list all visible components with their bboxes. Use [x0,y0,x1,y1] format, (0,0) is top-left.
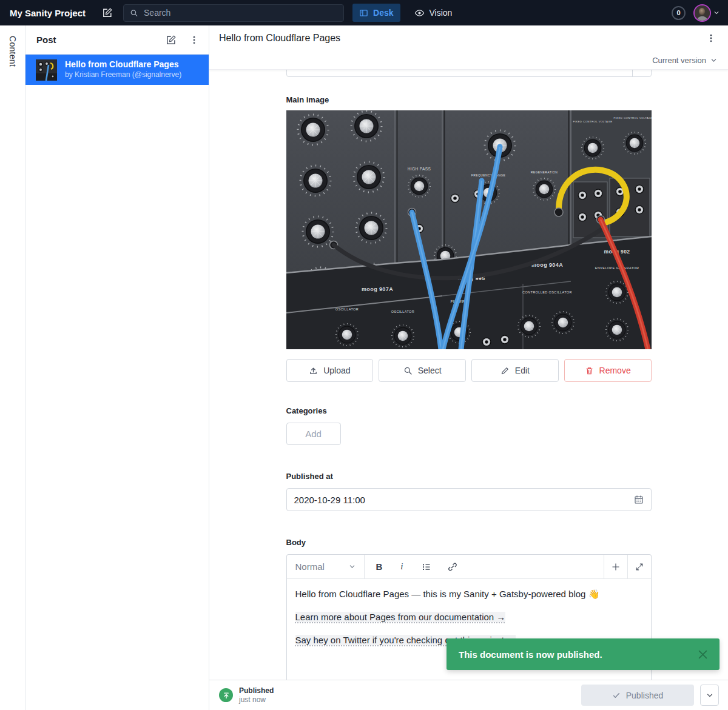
select-label: Select [418,366,442,375]
post-list-item-selected[interactable]: Hello from Cloudflare Pages by Kristian … [25,55,209,85]
format-buttons: B i [365,555,604,578]
chevron-down-icon [713,10,720,16]
post-pane-header: Post [25,25,209,55]
svg-text:OSCILLATOR: OSCILLATOR [391,310,414,313]
kebab-menu-icon [706,33,716,43]
document-header: Hello from Cloudflare Pages [209,25,728,51]
main-image-label: Main image [286,95,652,104]
chevron-down-icon [349,563,356,570]
publish-toast: This document is now published. [447,638,720,670]
upload-button[interactable]: Upload [286,359,374,382]
tab-desk[interactable]: Desk [352,4,400,22]
kebab-menu-icon [189,35,199,45]
content-rail[interactable]: Content [0,25,25,710]
new-document-button[interactable] [100,5,115,20]
published-at-field[interactable] [286,488,652,511]
svg-text:FIXED CONTROL VOLTAGE: FIXED CONTROL VOLTAGE [573,120,612,123]
publish-status-icon-wrap [219,688,233,702]
chevron-down-icon [706,692,713,699]
desk-icon [359,8,368,18]
bullet-list-button[interactable] [422,562,431,572]
version-label: Current version [652,56,706,65]
body-label: Body [286,538,652,547]
document-pane: Hello from Cloudflare Pages Current vers… [209,25,728,710]
publish-status-title: Published [239,686,274,695]
svg-text:ENVELOPE GENERATOR: ENVELOPE GENERATOR [595,266,639,270]
publish-icon [222,691,231,700]
upload-label: Upload [323,366,350,375]
body-paragraph[interactable]: Hello from Cloudflare Pages — this is my… [295,588,642,601]
bold-button[interactable]: B [376,561,383,572]
post-pane-menu-button[interactable] [187,33,201,47]
compose-icon [166,35,177,45]
categories-label: Categories [286,406,652,415]
upload-icon [309,366,318,375]
search-icon [403,366,413,375]
post-list-pane: Post Hello from Cloudflare Pages b [25,25,209,710]
insert-block-button[interactable] [604,555,627,578]
document-scroll-area[interactable]: Main image [209,70,728,680]
publish-menu-button[interactable] [700,685,719,706]
tab-vision[interactable]: Vision [408,4,459,22]
link-button[interactable] [448,562,457,572]
version-selector[interactable]: Current version [209,51,728,70]
published-at-label: Published at [286,472,652,481]
plus-icon [611,562,621,572]
edit-label: Edit [515,366,530,375]
create-post-button[interactable] [164,33,178,47]
published-button[interactable]: Published [581,685,694,706]
svg-text:CONTROLLED OSCILLATOR: CONTROLLED OSCILLATOR [522,290,572,294]
global-search[interactable] [123,4,344,22]
svg-text:FREQUENCY RANGE: FREQUENCY RANGE [471,173,505,177]
post-item-title: Hello from Cloudflare Pages [65,59,181,70]
svg-text:REGENERATION: REGENERATION [530,170,557,174]
search-icon [130,8,138,18]
user-menu[interactable] [693,4,720,22]
text-style-select[interactable]: Normal [287,555,365,578]
expand-editor-button[interactable] [627,555,651,578]
search-input[interactable] [144,8,337,18]
post-item-subtitle: by Kristian Freeman (@signalnerve) [65,70,181,80]
document-menu-button[interactable] [704,31,718,45]
publish-status-text: Published just now [239,686,274,705]
remove-button[interactable]: Remove [564,359,652,382]
post-item-text: Hello from Cloudflare Pages by Kristian … [65,59,181,79]
body-link-documentation[interactable]: Learn more about Pages from our document… [295,612,506,622]
publish-status-time: just now [239,695,274,705]
avatar [693,4,711,22]
check-icon [612,691,621,700]
svg-text:FIXED CONTROL VOLTAGE: FIXED CONTROL VOLTAGE [613,116,652,119]
select-button[interactable]: Select [379,359,466,382]
text-style-value: Normal [295,561,345,572]
toast-message: This document is now published. [459,649,698,660]
close-icon[interactable] [698,650,707,659]
image-actions: Upload Select Edit Remove [286,359,652,382]
notifications-count: 0 [676,9,680,16]
chevron-down-icon [710,57,717,64]
published-at-input[interactable] [294,495,629,505]
project-title: My Sanity Project [10,8,86,18]
document-title: Hello from Cloudflare Pages [219,33,704,44]
remove-label: Remove [599,366,631,375]
document-form: Main image [286,70,652,680]
trash-icon [585,366,594,375]
svg-text:moog 907A: moog 907A [361,286,393,292]
expand-icon [635,563,644,571]
post-item-thumbnail [36,59,57,81]
tab-vision-label: Vision [430,8,453,18]
eye-icon [414,8,425,18]
editor-toolbar: Normal B i [287,555,651,579]
calendar-icon[interactable] [634,495,644,504]
italic-button[interactable]: i [399,561,405,572]
main-image-photo[interactable]: HIGH PASS FREQUENCY RANGE REGENERATION F… [286,110,652,349]
app-body: Content Post Hello fr [0,25,728,710]
slug-field-partial[interactable] [286,70,652,77]
tab-desk-label: Desk [373,8,393,18]
edit-button[interactable]: Edit [471,359,559,382]
add-category-button[interactable]: Add [286,423,341,445]
published-button-label: Published [626,691,664,700]
svg-text:OSCILLATOR: OSCILLATOR [335,307,358,311]
post-pane-title: Post [36,35,155,45]
notifications-badge[interactable]: 0 [672,6,686,20]
document-footer: Published just now Published [209,680,728,710]
